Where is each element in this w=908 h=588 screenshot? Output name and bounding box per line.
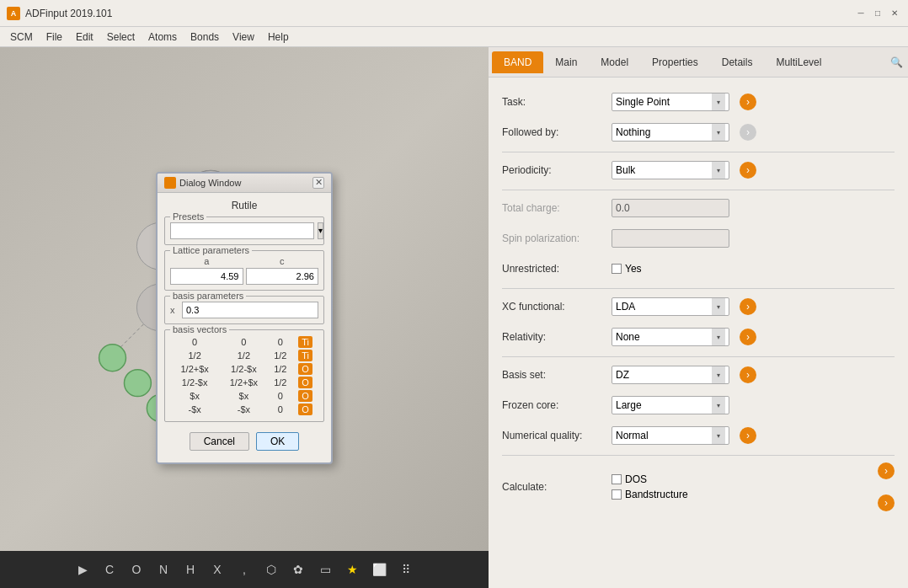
menu-select[interactable]: Select: [100, 27, 142, 47]
minimize-button[interactable]: ─: [854, 7, 868, 20]
bandstructure-checkbox[interactable]: [612, 489, 622, 500]
xc-label: XC functional:: [502, 301, 612, 313]
task-value: Single Point: [616, 96, 712, 108]
presets-input[interactable]: [170, 222, 314, 239]
relativity-dropdown[interactable]: None ▾: [612, 328, 729, 346]
lattice-c-input[interactable]: [246, 268, 319, 285]
vec-v3: 0: [269, 403, 293, 416]
basis-x-input[interactable]: [182, 302, 318, 318]
tab-properties[interactable]: Properties: [640, 51, 710, 73]
dos-checkbox[interactable]: [612, 474, 622, 484]
menu-edit[interactable]: Edit: [69, 27, 100, 47]
menu-bar: SCM File Edit Select Atoms Bonds View He…: [0, 27, 908, 47]
cancel-button[interactable]: Cancel: [190, 432, 249, 451]
quality-row: Numerical quality: Normal ▾ ›: [502, 425, 895, 446]
ok-button[interactable]: OK: [256, 432, 299, 451]
vec-v2: 0: [219, 335, 268, 349]
followed-nav-arrow[interactable]: ›: [740, 124, 756, 141]
atom-label-ti1[interactable]: Ti: [298, 336, 312, 348]
xc-row: XC functional: LDA ▾ ›: [502, 296, 895, 318]
menu-bonds[interactable]: Bonds: [184, 27, 226, 47]
spin-input[interactable]: [612, 229, 729, 248]
col-c-header: c: [246, 256, 319, 266]
menu-scm[interactable]: SCM: [3, 27, 40, 47]
dos-nav-arrow[interactable]: ›: [878, 462, 895, 479]
tab-multilevel[interactable]: MultiLevel: [764, 51, 833, 73]
quality-dropdown-arrow: ▾: [712, 427, 725, 444]
quality-label: Numerical quality:: [502, 430, 612, 441]
spin-row: Spin polarization:: [502, 227, 895, 249]
basis-label: Basis set:: [502, 369, 612, 381]
vec-v1: 1/2+$x: [170, 362, 219, 376]
basis-params-label: basis parameters: [170, 291, 246, 301]
frozen-row: Frozen core: Large ▾: [502, 394, 895, 416]
table-row: 1/2+$x 1/2-$x 1/2 O: [170, 362, 318, 376]
atom-label-ti2[interactable]: Ti: [298, 350, 312, 361]
frozen-label: Frozen core:: [502, 399, 612, 411]
dialog-close-button[interactable]: ✕: [312, 177, 324, 189]
lattice-inputs: [170, 268, 318, 285]
periodicity-dropdown[interactable]: Bulk ▾: [612, 161, 729, 179]
atom-label-o4[interactable]: O: [298, 404, 312, 415]
task-control: Single Point ▾ ›: [612, 93, 756, 111]
lattice-section: Lattice parameters a c: [164, 250, 324, 291]
tab-main[interactable]: Main: [543, 51, 589, 73]
content-area: Task: Single Point ▾ › Followed by: Noth…: [489, 78, 908, 588]
bandstructure-row: Bandstructure: [612, 489, 688, 500]
app-icon: A: [7, 7, 20, 20]
basis-nav-arrow[interactable]: ›: [740, 366, 756, 383]
dialog-overlay: Dialog Window ✕ Rutile Presets ▾: [0, 47, 489, 588]
search-icon[interactable]: 🔍: [888, 54, 905, 71]
maximize-button[interactable]: □: [871, 7, 884, 20]
menu-view[interactable]: View: [226, 27, 261, 47]
dialog-body: Rutile Presets ▾ Lattice parameters a: [158, 193, 331, 462]
table-row: 1/2-$x 1/2+$x 1/2 O: [170, 376, 318, 389]
frozen-value: Large: [616, 399, 712, 411]
relativity-dropdown-arrow: ▾: [712, 329, 725, 345]
right-panel: BAND Main Model Properties Details Multi…: [489, 47, 908, 588]
vec-v2: -$x: [219, 403, 268, 416]
unrestricted-control: Yes: [612, 263, 642, 275]
vec-v2: 1/2: [219, 349, 268, 362]
atom-label-o2[interactable]: O: [298, 377, 312, 388]
basis-row: Basis set: DZ ▾ ›: [502, 364, 895, 386]
lattice-a-input[interactable]: [170, 268, 243, 285]
tab-band[interactable]: BAND: [492, 51, 543, 73]
separator-1: [502, 152, 895, 152]
presets-section: Presets ▾: [164, 216, 324, 245]
menu-atoms[interactable]: Atoms: [142, 27, 184, 47]
lattice-label: Lattice parameters: [170, 245, 252, 255]
left-panel: ▶ C O N H X , ⬡ ✿ ▭ ★ ⬜ ⠿ Dialog Window …: [0, 47, 489, 588]
atom-label-o1[interactable]: O: [298, 363, 312, 375]
relativity-label: Relativity:: [502, 331, 612, 343]
xc-nav-arrow[interactable]: ›: [740, 298, 756, 315]
followed-dropdown[interactable]: Nothing ▾: [612, 123, 729, 142]
vec-v2: $x: [219, 389, 268, 403]
task-dropdown[interactable]: Single Point ▾: [612, 93, 729, 111]
tab-details[interactable]: Details: [710, 51, 765, 73]
periodicity-nav-arrow[interactable]: ›: [740, 162, 756, 179]
menu-file[interactable]: File: [40, 27, 69, 47]
menu-help[interactable]: Help: [261, 27, 296, 47]
total-charge-label: Total charge:: [502, 202, 612, 214]
quality-dropdown[interactable]: Normal ▾: [612, 426, 729, 445]
basis-dropdown[interactable]: DZ ▾: [612, 366, 729, 384]
bandstructure-nav-arrow[interactable]: ›: [878, 494, 895, 511]
task-nav-arrow[interactable]: ›: [740, 94, 756, 110]
total-charge-input[interactable]: 0.0: [612, 199, 729, 217]
quality-nav-arrow[interactable]: ›: [740, 427, 756, 444]
app-title: ADFinput 2019.101: [25, 8, 854, 19]
tab-model[interactable]: Model: [589, 51, 640, 73]
frozen-dropdown[interactable]: Large ▾: [612, 396, 729, 414]
close-button[interactable]: ✕: [888, 7, 901, 20]
relativity-nav-arrow[interactable]: ›: [740, 329, 756, 345]
presets-dropdown-button[interactable]: ▾: [318, 222, 323, 239]
vec-v3: 1/2: [269, 349, 293, 362]
vectors-label: basis vectors: [170, 324, 229, 334]
periodicity-value: Bulk: [616, 164, 712, 176]
dialog-title-text: Dialog Window: [179, 178, 312, 188]
separator-3: [502, 288, 895, 289]
atom-label-o3[interactable]: O: [298, 390, 312, 402]
unrestricted-checkbox[interactable]: [612, 264, 622, 274]
xc-dropdown[interactable]: LDA ▾: [612, 297, 729, 316]
